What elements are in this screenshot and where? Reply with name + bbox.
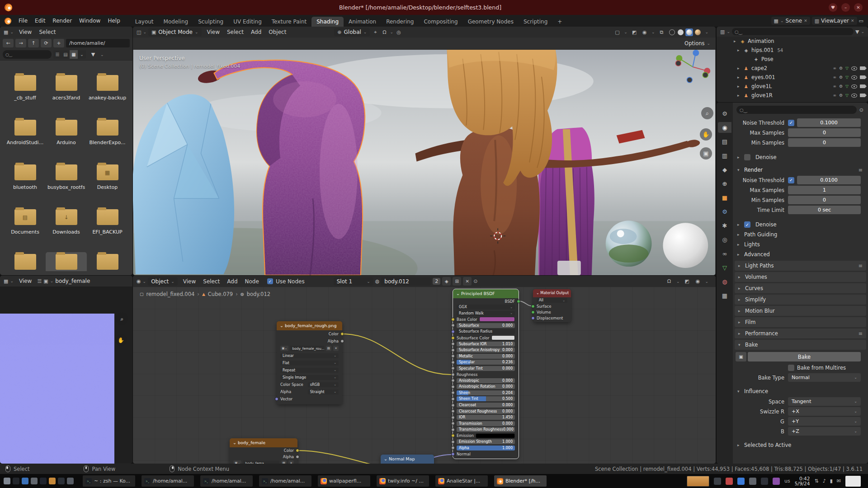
socket-in[interactable] — [451, 354, 455, 358]
node-row-sheen[interactable]: Sheen0.204 — [453, 390, 519, 396]
checkbox[interactable] — [788, 365, 794, 371]
solid-shading-icon[interactable] — [678, 29, 684, 35]
number-field[interactable]: Alpha1.000 — [457, 446, 515, 450]
image-name[interactable]: body_female_rou... — [290, 346, 324, 351]
socket-in[interactable] — [275, 397, 278, 401]
outliner-search-input[interactable]: ○‿ — [732, 28, 854, 35]
editor-type-icon[interactable]: ◉ — [137, 278, 141, 284]
pan-hand-button[interactable]: ✋ — [700, 128, 712, 141]
node-row-clearcoat-roughness[interactable]: Clearcoat Roughness0.000 — [453, 408, 519, 414]
expand-arrow[interactable]: ▾ — [738, 343, 743, 347]
hide-in-viewport-icon[interactable] — [851, 84, 857, 89]
pivot-point-icon[interactable]: ⌖ — [372, 28, 379, 36]
node-row-alpha[interactable]: Alpha1.000 — [453, 445, 519, 451]
number-field[interactable]: Transmission0.000 — [457, 421, 515, 426]
workspace-tab-uv-editing[interactable]: UV Editing — [228, 17, 267, 27]
filter-funnel-icon[interactable]: ▼ — [88, 50, 99, 59]
panel-header-motion-blur[interactable]: ▸Motion Blur — [735, 306, 866, 316]
modifier-wrench-icon[interactable]: ⚙ — [839, 93, 843, 98]
panel-header-performance[interactable]: ▸Performance≡ — [735, 328, 866, 338]
node-dropdown[interactable]: Linear⌄ — [280, 353, 339, 358]
snap-magnet-icon[interactable]: Ω — [381, 28, 388, 36]
expand-arrow[interactable]: ▸ — [738, 263, 743, 268]
number-field[interactable]: Sheen0.204 — [457, 390, 515, 395]
shader-node-canvas[interactable]: ▢remodel_fixed.004›▲Cube.079›◍body.012 ⌄… — [133, 287, 716, 464]
node-row-color-space[interactable]: Color SpacesRGB⌄ — [277, 381, 342, 388]
node-row[interactable]: ▣⌄body_fema...▤✕ — [230, 460, 297, 464]
node-row-emission-strength[interactable]: Emission Strength1.000 — [453, 439, 519, 445]
editor-type-icon[interactable]: ◫ — [137, 29, 141, 35]
camera-view-button[interactable]: ▣ — [700, 147, 712, 160]
scene-browse-icon[interactable]: ▦ — [774, 18, 778, 24]
panel-header-curves[interactable]: ▸Curves — [735, 283, 866, 293]
vpn-icon[interactable] — [761, 478, 768, 485]
properties-tab-render[interactable]: ◉ — [718, 122, 731, 133]
taskbar-window-home-amal[interactable]: >_/home/amal... — [259, 475, 311, 487]
console-app-icon[interactable] — [40, 478, 47, 484]
mesh-data-icon[interactable]: ▽ — [845, 84, 849, 89]
node-row[interactable]: Repeat⌄ — [277, 366, 342, 374]
expand-arrow[interactable]: ▸ — [737, 232, 742, 237]
outliner-row[interactable]: ▸♟∞⚙▽ — [717, 100, 868, 102]
subsection-influence[interactable]: ▾Influence — [733, 386, 868, 396]
blender-menu-icon[interactable] — [5, 18, 11, 24]
properties-tab-constraints[interactable]: ∞ — [718, 248, 731, 259]
node-row-metallic[interactable]: Metallic0.000 — [453, 353, 519, 359]
socket-in[interactable] — [451, 324, 455, 327]
scene-selector[interactable]: ▦ ⌄ Scene ✕ — [771, 17, 810, 25]
node-row-anisotropic[interactable]: Anisotropic0.000 — [453, 378, 519, 384]
expand-arrow[interactable]: ▸ — [737, 443, 742, 447]
node-row-anisotropic-rotation[interactable]: Anisotropic Rotation0.000 — [453, 384, 519, 390]
node-dropdown[interactable]: Repeat⌄ — [280, 368, 339, 373]
vector-field[interactable]: Subsurface Radius — [457, 329, 515, 334]
media-icon[interactable] — [773, 478, 780, 485]
node-row-subsurface-radius[interactable]: Subsurface Radius — [453, 328, 519, 335]
properties-tab-world[interactable]: ⊕ — [718, 178, 731, 189]
socket-in[interactable] — [451, 373, 455, 376]
prop-value-field[interactable]: 0 — [788, 196, 861, 204]
display-list-horizontal-icon[interactable]: ▤ — [61, 50, 70, 59]
taskbar-window-twily-info[interactable]: twily.info ~/ ... — [377, 475, 429, 487]
socket-in[interactable] — [451, 379, 455, 382]
mesh-data-icon[interactable]: ▽ — [845, 66, 849, 70]
zoom-button[interactable]: ⌕ — [116, 313, 128, 325]
modifier-wrench-icon[interactable]: ⚙ — [839, 75, 843, 80]
panel-header-light-paths[interactable]: ▸Light Paths≡ — [735, 261, 866, 271]
pin-icon[interactable]: ⊙ — [473, 278, 477, 284]
viewlayer-add-icon[interactable]: ▭ — [859, 18, 863, 24]
socket-out[interactable] — [340, 339, 344, 343]
settings-app-icon[interactable] — [67, 478, 74, 484]
3d-viewport-canvas[interactable]: User Perspective (0) Scene Collection | … — [133, 50, 716, 275]
prop-value-field[interactable]: 0.0100 — [797, 176, 861, 184]
taskbar-window-home-amal[interactable]: >_/home/amal... — [142, 475, 194, 487]
outliner-row-cape2[interactable]: ▸♟cape2∞⚙▽ — [717, 64, 868, 73]
expand-arrow[interactable]: ▸ — [737, 222, 742, 227]
new-material-icon[interactable]: ⊞ — [453, 277, 461, 286]
number-field[interactable]: Subsurface0.000 — [457, 323, 515, 328]
node-row-subsurface-color[interactable]: Subsurface Color — [453, 335, 519, 341]
taskbar-window-blender-h[interactable]: Blender* [/h... — [494, 475, 547, 487]
material-name-field[interactable]: body.012 — [381, 277, 431, 286]
folder-item-bluetooth[interactable]: bluetooth — [5, 163, 46, 207]
mesh-data-icon[interactable]: ▽ — [845, 93, 849, 98]
socket-in[interactable] — [531, 305, 535, 308]
image-view-menu[interactable]: View — [15, 278, 35, 284]
folder-item-desktop[interactable]: ▦Desktop — [87, 163, 128, 207]
workspace-tab-geometry-nodes[interactable]: Geometry Nodes — [463, 17, 519, 27]
minimize-button[interactable]: – — [841, 3, 850, 12]
viewport-menu-object[interactable]: Object — [265, 29, 290, 35]
display-size-icon[interactable]: ⌄ — [78, 50, 86, 59]
node-row[interactable]: Single Image⌄ — [277, 374, 342, 381]
link-icon[interactable]: ∞ — [833, 66, 837, 70]
keyboard-layout-indicator[interactable]: us — [784, 478, 790, 484]
network-icon[interactable]: ⇅ — [814, 478, 818, 484]
prop-value-field[interactable]: 0 sec — [788, 206, 861, 214]
socket-in[interactable] — [451, 348, 455, 352]
window-titlebar[interactable]: Blender* [/home/amalie/Desktop/blender/s… — [0, 0, 868, 15]
properties-tab-particles[interactable]: ✱ — [718, 220, 731, 231]
node-header[interactable]: ⌄ Normal Map — [381, 455, 434, 464]
link-icon[interactable]: ∞ — [833, 84, 837, 89]
folder-item[interactable] — [46, 252, 87, 271]
screenshot-tool-icon[interactable] — [714, 478, 721, 485]
socket-out[interactable] — [296, 449, 299, 452]
